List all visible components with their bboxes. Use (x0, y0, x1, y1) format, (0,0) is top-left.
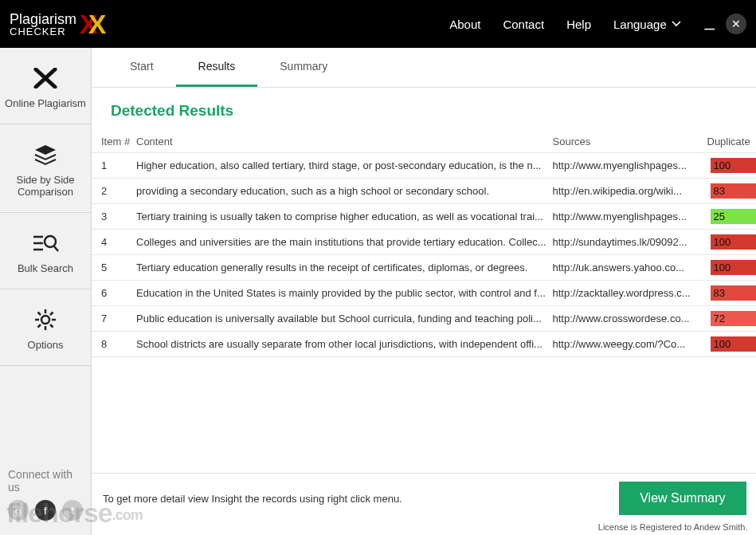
cell-item: 7 (92, 313, 131, 325)
col-header-item: Item # (92, 136, 131, 148)
sidebar-item-label: Online Plagiarism (5, 97, 86, 109)
cell-item: 2 (92, 185, 131, 197)
cell-item: 3 (92, 210, 131, 222)
menu-language-label: Language (613, 18, 667, 31)
cell-source: http://zacktalley.wordpress.c... (553, 287, 706, 299)
sidebar-item-label: Bulk Search (18, 262, 73, 274)
social-google-icon[interactable]: g (8, 500, 29, 521)
cell-content: Colleges and universities are the main i… (131, 236, 553, 248)
cell-item: 1 (92, 159, 131, 171)
table-row[interactable]: 1Higher education, also called tertiary,… (92, 153, 756, 179)
footer-hint: To get more detail view Insight the reco… (103, 493, 609, 505)
cell-duplicate: 83 (706, 183, 757, 199)
tab-start[interactable]: Start (108, 48, 176, 87)
sidebar-item-online-plagiarism[interactable]: Online Plagiarism (0, 48, 91, 124)
table-row[interactable]: 2providing a secondary education, such a… (92, 179, 756, 204)
menu-contact[interactable]: Contact (503, 18, 544, 31)
main-content: Start Results Summary Detected Results I… (92, 48, 756, 535)
cell-source: http://www.myenglishpages... (553, 210, 706, 222)
results-table: Item # Content Sources Duplicate 1Higher… (92, 131, 756, 357)
x-icon (33, 65, 57, 91)
cell-content: providing a secondary education, such as… (131, 185, 553, 197)
cell-duplicate: 100 (706, 336, 757, 352)
app-logo: Plagiarism CHECKER XX (10, 9, 116, 40)
table-row[interactable]: 6Education in the United States is mainl… (92, 281, 756, 306)
sidebar-item-label: Options (28, 339, 64, 351)
sidebar-footer: Connect with us g f t (0, 458, 91, 535)
logo-subtitle: CHECKER (10, 26, 76, 37)
menu-about[interactable]: About (449, 18, 480, 31)
sidebar-item-bulk-search[interactable]: Bulk Search (0, 213, 91, 289)
col-header-duplicate: Duplicate (706, 136, 757, 148)
cell-item: 5 (92, 262, 131, 273)
menu-help[interactable]: Help (566, 18, 591, 31)
cell-item: 8 (92, 338, 131, 350)
cell-source: http://en.wikipedia.org/wiki... (553, 185, 706, 197)
titlebar: Plagiarism CHECKER XX About Contact Help… (0, 0, 756, 48)
table-header: Item # Content Sources Duplicate (92, 131, 756, 153)
svg-line-4 (54, 246, 58, 251)
table-row[interactable]: 8School districts are usually separate f… (92, 332, 756, 357)
cell-duplicate: 72 (706, 311, 757, 326)
sidebar: Online Plagiarism Side by Side Compariso… (0, 48, 92, 535)
svg-line-12 (38, 325, 41, 328)
top-menu: About Contact Help Language (449, 18, 681, 31)
cell-content: Higher education, also called tertiary, … (131, 159, 553, 171)
social-twitter-icon[interactable]: t (62, 500, 83, 521)
cell-content: Education in the United States is mainly… (131, 287, 553, 299)
sidebar-item-label: Side by Side Comparison (5, 174, 86, 198)
cell-content: Public education is universally availabl… (131, 313, 553, 325)
social-facebook-icon[interactable]: f (35, 500, 56, 521)
cell-content: Tertiary education generally results in … (131, 262, 553, 273)
view-summary-button[interactable]: View Summary (619, 482, 746, 515)
close-button[interactable]: ✕ (726, 14, 746, 34)
col-header-sources: Sources (553, 136, 706, 148)
gear-icon (33, 307, 57, 332)
cell-item: 6 (92, 287, 131, 299)
layers-icon (33, 142, 57, 167)
cell-source: http://sundaytimes.lk/09092... (553, 236, 706, 248)
svg-point-3 (45, 236, 56, 247)
cell-source: http://www.myenglishpages... (553, 159, 706, 171)
sidebar-item-options[interactable]: Options (0, 289, 91, 366)
window-controls: _ ✕ (705, 14, 746, 34)
cell-duplicate: 100 (706, 260, 757, 275)
list-search-icon (32, 230, 59, 256)
svg-line-11 (50, 325, 53, 328)
tab-summary[interactable]: Summary (257, 48, 350, 87)
cell-source: http://www.crosswordese.co... (553, 313, 706, 325)
logo-x-icon: XX (80, 9, 116, 40)
cell-source: http://uk.answers.yahoo.co... (553, 262, 706, 273)
cell-duplicate: 100 (706, 158, 757, 173)
sidebar-item-side-by-side[interactable]: Side by Side Comparison (0, 124, 91, 213)
social-links: g f t (8, 500, 83, 521)
table-row[interactable]: 5Tertiary education generally results in… (92, 255, 756, 281)
table-row[interactable]: 3Tertiary training is usually taken to c… (92, 204, 756, 230)
chevron-down-icon (672, 21, 681, 27)
table-row[interactable]: 7Public education is universally availab… (92, 306, 756, 332)
close-icon: ✕ (731, 18, 741, 30)
cell-duplicate: 83 (706, 285, 757, 301)
section-title: Detected Results (92, 88, 756, 131)
svg-line-13 (50, 313, 53, 316)
logo-title: Plagiarism (10, 12, 76, 26)
tab-results[interactable]: Results (176, 48, 258, 87)
cell-content: Tertiary training is usually taken to co… (131, 210, 553, 222)
col-header-content: Content (131, 136, 553, 148)
cell-source: http://www.weegy.com/?Co... (553, 338, 706, 350)
connect-label: Connect with us (8, 468, 83, 494)
footer-bar: To get more detail view Insight the reco… (92, 473, 756, 520)
cell-duplicate: 100 (706, 234, 757, 250)
cell-item: 4 (92, 236, 131, 248)
license-text: License is Registered to Andew Smith. (92, 520, 756, 535)
cell-duplicate: 25 (706, 209, 757, 224)
cell-content: School districts are usually separate fr… (131, 338, 553, 350)
svg-point-5 (41, 316, 49, 324)
tab-bar: Start Results Summary (92, 48, 756, 88)
table-row[interactable]: 4Colleges and universities are the main … (92, 230, 756, 255)
menu-language[interactable]: Language (613, 18, 681, 31)
svg-line-10 (38, 313, 41, 316)
